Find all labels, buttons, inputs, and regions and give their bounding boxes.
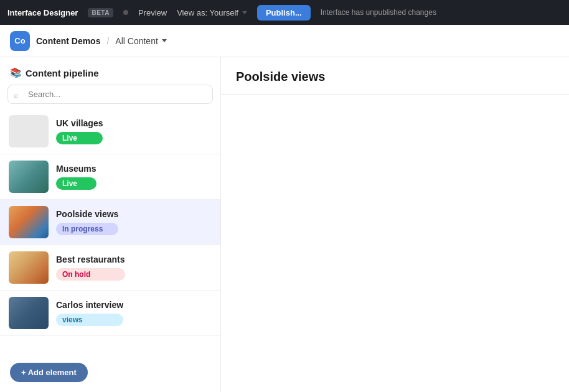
list-item[interactable]: Best restaurants On hold [0, 245, 220, 291]
top-navbar: Interface Designer BETA Preview View as:… [0, 0, 569, 25]
item-info: Museums Live [56, 164, 96, 190]
item-info: Poolside views In progress [56, 209, 118, 235]
item-title: Museums [56, 164, 96, 174]
status-badge: On hold [56, 268, 125, 281]
item-info: Best restaurants On hold [56, 254, 125, 281]
status-dot [123, 10, 128, 15]
content-list: UK villages Live Museums Live Poolside v… [0, 109, 220, 392]
item-title: Best restaurants [56, 254, 125, 264]
item-thumbnail [9, 297, 49, 329]
item-thumbnail [9, 251, 49, 284]
breadcrumb-bar: Co Content Demos / All Content [0, 25, 569, 57]
page-title: Poolside views [236, 70, 554, 84]
list-item[interactable]: Museums Live [0, 154, 220, 200]
beta-badge: BETA [88, 8, 113, 17]
sidebar-header: 📚 Content pipeline [0, 57, 220, 85]
item-info: Carlos interview views [56, 300, 123, 326]
list-item[interactable]: UK villages Live [0, 109, 220, 154]
view-as-selector[interactable]: View as: Yourself [177, 8, 247, 17]
status-badge: Live [56, 132, 103, 144]
search-bar: ⌕ [7, 85, 213, 104]
unpublished-message: Interface has unpublished changes [321, 8, 436, 17]
view-as-label: View as: Yourself [177, 8, 238, 17]
search-input[interactable] [7, 85, 213, 104]
item-info: UK villages Live [56, 118, 103, 144]
sidebar: 📚 Content pipeline ⌕ UK villages Live Mu… [0, 57, 221, 392]
search-icon: ⌕ [14, 90, 19, 99]
add-element-button[interactable]: + Add element [10, 363, 88, 382]
breadcrumb-org: Content Demos [36, 36, 100, 46]
item-thumbnail [9, 206, 49, 238]
status-badge: views [56, 314, 123, 326]
status-badge: Live [56, 177, 96, 190]
item-thumbnail [9, 161, 49, 193]
content-title-bar: Poolside views [221, 57, 569, 95]
list-item[interactable]: Poolside views In progress [0, 200, 220, 245]
main-content-area: Poolside views [221, 57, 569, 392]
breadcrumb-chevron-icon [162, 39, 167, 42]
main-layout: 📚 Content pipeline ⌕ UK villages Live Mu… [0, 57, 569, 392]
breadcrumb-nav[interactable]: All Content [115, 36, 166, 46]
app-title: Interface Designer [7, 8, 78, 17]
item-title: Poolside views [56, 209, 118, 219]
publish-button[interactable]: Publish... [257, 5, 311, 21]
item-title: UK villages [56, 118, 103, 128]
pipeline-icon: 📚 [10, 67, 22, 78]
breadcrumb-separator: / [106, 36, 109, 46]
status-badge: In progress [56, 223, 118, 235]
item-title: Carlos interview [56, 300, 123, 310]
chevron-down-icon [242, 11, 247, 14]
preview-link[interactable]: Preview [138, 8, 167, 17]
avatar: Co [10, 31, 30, 51]
list-item[interactable]: Carlos interview views [0, 291, 220, 336]
sidebar-title: Content pipeline [26, 68, 99, 78]
item-thumbnail [9, 115, 49, 147]
breadcrumb-nav-label: All Content [115, 36, 158, 46]
